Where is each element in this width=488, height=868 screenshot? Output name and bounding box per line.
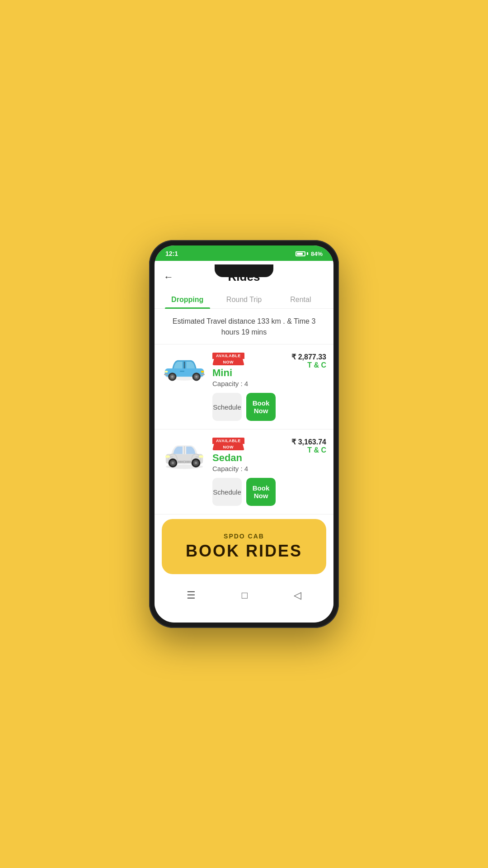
tab-round-trip[interactable]: Round Trip [216,290,272,308]
car-image-sedan [162,438,207,471]
status-bar: 12:1 84% [155,245,333,261]
battery-percent: 84% [311,250,323,257]
svg-rect-11 [180,371,184,372]
banner-subtitle: SPDO CAB [171,533,317,540]
schedule-button-sedan[interactable]: Schedule [212,478,242,506]
battery-body [296,251,305,256]
status-time: 12:1 [165,250,178,257]
ride-info-sedan: AVAILABLE NOW Sedan Capacity : 4 Schedul… [212,438,276,506]
svg-rect-10 [201,371,204,373]
ride-tc-mini[interactable]: T & C [281,361,326,369]
ride-price-mini: ₹ 2,877.33 [281,353,326,361]
ride-capacity-sedan: Capacity : 4 [212,465,276,472]
book-button-mini[interactable]: Book Now [246,393,276,421]
tabs-container: Dropping Round Trip Rental [155,290,333,309]
tab-dropping[interactable]: Dropping [159,290,216,308]
battery-fill [297,253,303,255]
available-top-mini: AVAILABLE [212,353,244,359]
back-icon[interactable]: ◁ [294,590,301,601]
travel-info: Estimated Travel distance 133 km . & Tim… [155,309,333,344]
app-content: ← Rides Dropping Round Trip Rental Estim… [155,261,333,623]
ride-price-section-sedan: ₹ 3,163.74 T & C [281,438,326,454]
battery-tip [307,252,308,255]
car-image-mini [162,353,207,386]
svg-rect-9 [165,371,168,373]
ride-price-sedan: ₹ 3,163.74 [281,438,326,446]
svg-point-5 [171,376,174,378]
notch [215,264,273,277]
available-top-sedan: AVAILABLE [212,438,244,444]
banner-title: BOOK RIDES [171,542,317,561]
ride-info-mini: AVAILABLE NOW Mini Capacity : 4 Schedule… [212,353,276,421]
ride-actions-sedan: Schedule Book Now [212,478,276,506]
ride-name-sedan: Sedan [212,452,276,464]
svg-rect-26 [199,456,203,458]
bottom-nav: ☰ □ ◁ [155,583,333,610]
ride-price-section-mini: ₹ 2,877.33 T & C [281,353,326,369]
status-right: 84% [296,250,323,257]
ride-card-mini: AVAILABLE NOW Mini Capacity : 4 Schedule… [155,344,333,429]
ride-tc-sedan[interactable]: T & C [281,446,326,454]
svg-point-21 [172,462,174,464]
available-now-sedan: NOW [212,444,244,450]
available-badge-sedan: AVAILABLE NOW [212,438,244,450]
svg-point-24 [195,462,197,464]
ride-card-sedan: AVAILABLE NOW Sedan Capacity : 4 Schedul… [155,429,333,514]
ride-actions-mini: Schedule Book Now [212,393,276,421]
tab-rental[interactable]: Rental [272,290,329,308]
svg-rect-25 [165,456,170,458]
ride-name-mini: Mini [212,367,276,379]
svg-point-31 [183,461,186,463]
phone-frame: 12:1 84% ← Rides Dro [149,240,339,628]
svg-rect-13 [201,374,205,375]
ride-capacity-mini: Capacity : 4 [212,380,276,387]
available-badge-mini: AVAILABLE NOW [212,353,244,365]
bottom-banner: SPDO CAB BOOK RIDES [162,519,326,574]
book-button-sedan[interactable]: Book Now [246,478,276,506]
phone-screen: 12:1 84% ← Rides Dro [155,245,333,623]
schedule-button-mini[interactable]: Schedule [212,393,242,421]
sedan-car-svg [162,438,207,469]
battery-icon [296,251,308,256]
menu-icon[interactable]: ☰ [187,590,196,601]
mini-car-svg [162,353,207,384]
back-button[interactable]: ← [164,271,174,283]
available-now-mini: NOW [212,359,244,365]
home-icon[interactable]: □ [242,590,248,601]
svg-rect-12 [164,374,168,375]
svg-point-8 [195,376,197,378]
